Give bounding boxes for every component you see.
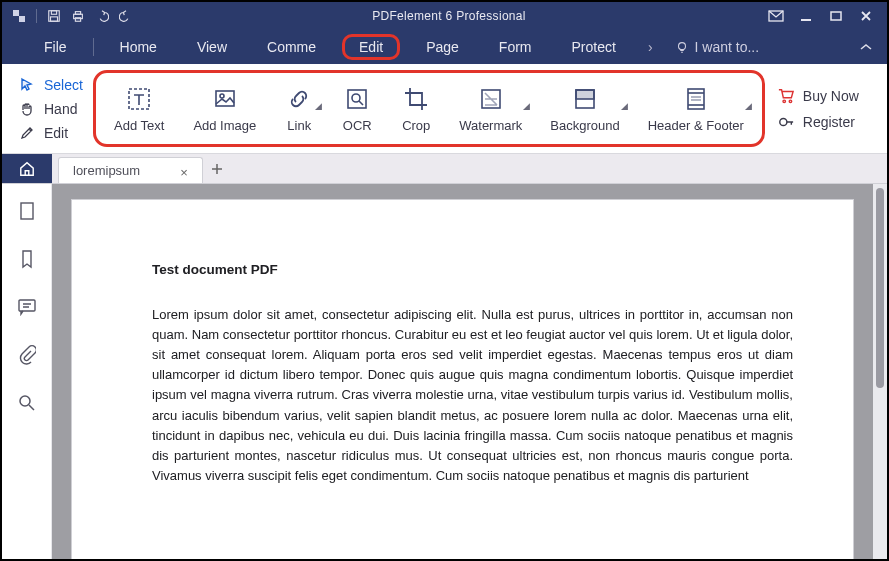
close-tab-icon[interactable]: × [180,165,192,177]
home-icon [18,161,36,177]
crop-label: Crop [402,118,430,133]
tool-hand-label: Hand [44,101,77,117]
crop-icon [401,84,431,114]
ribbon-highlight-box: Add Text Add Image ◢ Link [93,70,765,147]
menu-page[interactable]: Page [412,35,473,59]
watermark-button[interactable]: ◢ Watermark [445,80,536,137]
svg-rect-7 [75,18,80,22]
side-panel [2,184,52,559]
divider [36,9,37,23]
key-icon [777,114,795,130]
i-want-to[interactable]: I want to... [675,39,760,55]
ribbon: Select Hand Edit Ad [2,64,887,154]
app-logo-icon [12,9,26,23]
add-image-label: Add Image [193,118,256,133]
minimize-button[interactable] [795,7,817,25]
scrollbar-thumb[interactable] [876,188,884,388]
menu-protect[interactable]: Protect [558,35,630,59]
svg-rect-4 [51,17,58,21]
menu-home[interactable]: Home [106,35,171,59]
document-tab-label: loremipsum [73,163,140,178]
ocr-button[interactable]: OCR [328,80,386,137]
tool-edit-label: Edit [44,125,68,141]
svg-point-16 [352,94,360,102]
watermark-label: Watermark [459,118,522,133]
background-button[interactable]: ◢ Background [536,80,633,137]
app-title: PDFelement 6 Professional [133,9,765,23]
buy-now-label: Buy Now [803,88,859,104]
cursor-icon [18,76,36,94]
collapse-ribbon-icon[interactable] [859,42,873,52]
page: Test document PDF Lorem ipsum dolor sit … [72,200,853,559]
document-tab[interactable]: loremipsum × [58,157,203,183]
svg-rect-6 [75,12,80,15]
tool-hand[interactable]: Hand [18,100,89,118]
svg-rect-29 [19,300,35,311]
new-tab-button[interactable] [203,154,231,183]
svg-rect-19 [576,90,594,99]
header-footer-button[interactable]: ◢ Header & Footer [634,80,758,137]
document-viewport[interactable]: Test document PDF Lorem ipsum dolor sit … [52,184,887,559]
titlebar: PDFelement 6 Professional [2,2,887,30]
dropdown-icon: ◢ [745,101,752,111]
link-button[interactable]: ◢ Link [270,80,328,137]
buy-now-button[interactable]: Buy Now [777,88,869,104]
vertical-scrollbar[interactable] [873,184,887,559]
svg-rect-20 [688,89,704,109]
background-label: Background [550,118,619,133]
menu-form[interactable]: Form [485,35,546,59]
tool-select-label: Select [44,77,83,93]
crop-button[interactable]: Crop [387,80,445,137]
ocr-label: OCR [343,118,372,133]
bookmark-icon[interactable] [16,248,38,270]
bulb-icon [675,40,689,54]
attachment-icon[interactable] [16,344,38,366]
svg-rect-0 [13,10,19,16]
svg-point-30 [20,396,30,406]
tool-edit[interactable]: Edit [18,124,89,142]
thumbnails-icon[interactable] [16,200,38,222]
close-button[interactable] [855,7,877,25]
menu-view[interactable]: View [183,35,241,59]
svg-point-25 [783,100,785,102]
register-button[interactable]: Register [777,114,869,130]
app-window: PDFelement 6 Professional File Home View… [0,0,889,561]
svg-rect-3 [51,11,56,15]
chevron-right-icon[interactable]: › [648,39,653,55]
svg-rect-10 [831,12,841,20]
svg-rect-15 [348,90,366,108]
add-text-button[interactable]: Add Text [100,80,178,137]
header-footer-label: Header & Footer [648,118,744,133]
tab-strip: loremipsum × [2,154,887,184]
dropdown-icon: ◢ [523,101,530,111]
hand-icon [18,100,36,118]
svg-rect-9 [801,19,811,21]
add-image-button[interactable]: Add Image [179,80,270,137]
image-icon [210,84,240,114]
tool-select[interactable]: Select [18,76,89,94]
svg-rect-28 [21,203,33,219]
ocr-icon [342,84,372,114]
save-icon[interactable] [47,9,61,23]
search-icon[interactable] [16,392,38,414]
maximize-button[interactable] [825,7,847,25]
menu-comment[interactable]: Comme [253,35,330,59]
link-label: Link [287,118,311,133]
menubar: File Home View Comme Edit Page Form Prot… [2,30,887,64]
print-icon[interactable] [71,9,85,23]
home-tab[interactable] [2,154,52,183]
register-label: Register [803,114,855,130]
undo-icon[interactable] [95,9,109,23]
redo-icon[interactable] [119,9,133,23]
dropdown-icon: ◢ [621,101,628,111]
mail-icon[interactable] [765,7,787,25]
svg-point-26 [789,100,791,102]
dropdown-icon: ◢ [315,101,322,111]
comment-icon[interactable] [16,296,38,318]
link-icon [284,84,314,114]
i-want-to-label: I want to... [695,39,760,55]
menu-edit[interactable]: Edit [342,34,400,60]
document-title: Test document PDF [152,260,793,281]
plus-icon [210,162,224,176]
menu-file[interactable]: File [30,35,81,59]
